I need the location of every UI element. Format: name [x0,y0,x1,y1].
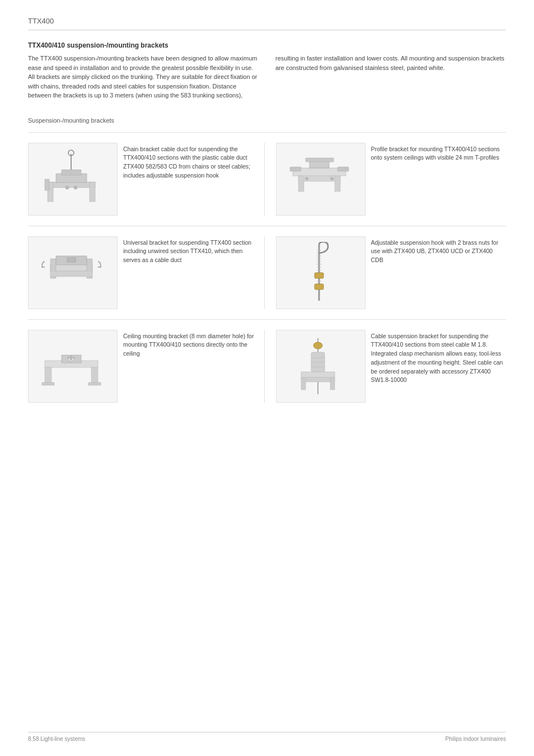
bracket-image-universal [28,236,118,309]
subsection-label: Suspension-/mounting brackets [28,117,506,124]
page: TTX400 TTX400/410 suspension-/mounting b… [0,0,534,756]
intro-col2: resulting in faster installation and low… [275,54,506,100]
page-header-title: TTX400 [28,17,54,25]
svg-rect-42 [45,367,51,384]
svg-rect-0 [48,182,95,188]
bracket-desc-adjustable: Adjustable suspension hook with 2 brass … [371,236,507,309]
bracket-image-profile [276,143,366,216]
section-title: TTX400/410 suspension-/mounting brackets [28,41,506,49]
bracket-desc-ceiling: Ceiling mounting bracket (8 mm diameter … [123,330,259,403]
svg-rect-17 [338,167,349,171]
svg-rect-23 [50,271,92,277]
svg-rect-25 [67,258,76,262]
svg-rect-40 [315,284,324,290]
page-header: TTX400 [28,17,506,30]
bracket-grid: Chain bracket cable duct for suspending … [28,132,506,413]
bracket-row-2: Universal bracket for suspending TTX400 … [28,226,506,319]
svg-rect-14 [298,176,304,192]
svg-point-18 [305,177,308,180]
bracket-row-3: Ceiling mounting bracket (8 mm diameter … [28,319,506,413]
svg-rect-9 [45,179,49,190]
svg-rect-12 [306,158,334,162]
svg-rect-44 [42,382,54,385]
cable-suspension-icon [284,335,357,397]
bracket-desc-chain: Chain bracket cable duct for suspending … [123,143,259,216]
svg-rect-20 [50,264,92,271]
chain-bracket-icon [36,148,109,210]
bracket-cell-universal: Universal bracket for suspending TTX400 … [28,236,259,309]
profile-bracket-icon [284,148,357,210]
bracket-desc-profile: Profile bracket for mounting TTX400/410 … [371,143,507,216]
bracket-image-chain [28,143,118,216]
footer-right: Philips indoor luminaires [446,736,506,742]
bracket-cell-cable: Cable suspension bracket for suspending … [264,330,507,403]
bracket-cell-chain: Chain bracket cable duct for suspending … [28,143,259,216]
svg-point-8 [74,186,77,189]
svg-rect-55 [301,372,335,377]
svg-rect-16 [290,167,301,171]
bracket-cell-adjustable: Adjustable suspension hook with 2 brass … [264,236,507,309]
ceiling-bracket-icon [36,335,109,397]
bracket-image-adjustable [276,236,366,309]
svg-rect-56 [301,377,335,382]
svg-rect-15 [335,176,340,192]
bracket-cell-profile: Profile bracket for mounting TTX400/410 … [264,143,507,216]
bracket-cell-ceiling: Ceiling mounting bracket (8 mm diameter … [28,330,259,403]
svg-rect-58 [330,377,335,390]
svg-rect-4 [62,170,81,175]
adjustable-hook-icon [284,242,357,304]
bracket-image-cable [276,330,366,403]
svg-rect-2 [90,182,95,202]
svg-point-19 [330,177,333,180]
bracket-image-ceiling [28,330,118,403]
svg-rect-51 [311,352,325,372]
bracket-desc-universal: Universal bracket for suspending TTX400 … [123,236,259,309]
universal-bracket-icon [36,242,109,304]
svg-rect-13 [298,176,340,181]
intro-col1: The TTX400 suspension-/mounting brackets… [28,54,259,100]
footer-left: 8.58 Light-line systems [28,736,85,742]
svg-point-7 [65,186,69,189]
svg-rect-49 [70,355,72,360]
page-footer: 8.58 Light-line systems Philips indoor l… [28,732,506,742]
svg-rect-43 [91,367,98,384]
bracket-desc-cable: Cable suspension bracket for suspending … [371,330,507,403]
svg-rect-45 [88,382,101,385]
bracket-row-1: Chain bracket cable duct for suspending … [28,132,506,226]
intro-text: The TTX400 suspension-/mounting brackets… [28,54,506,100]
svg-rect-57 [301,377,306,390]
svg-rect-39 [315,273,324,278]
svg-point-60 [313,342,322,349]
